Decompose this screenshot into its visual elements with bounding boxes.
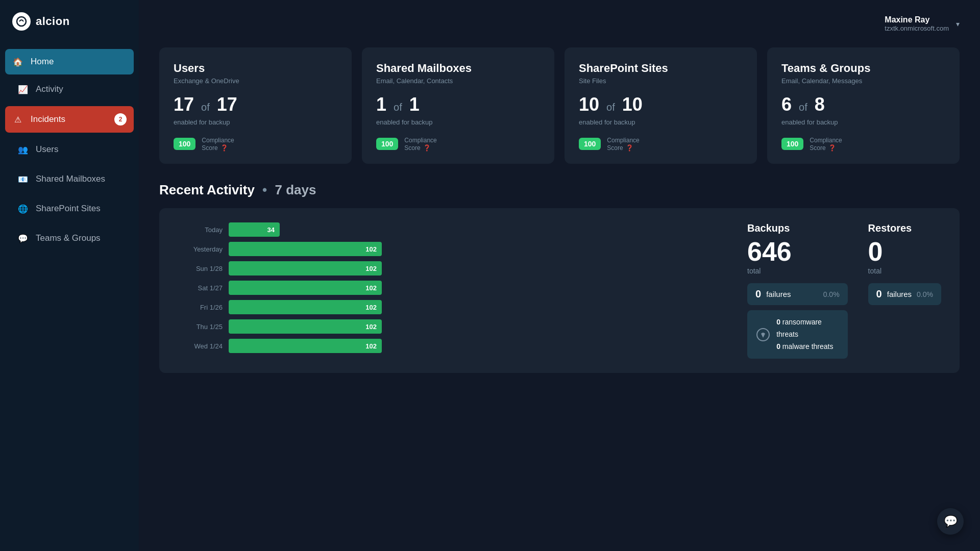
chart-row-label: Fri 1/26 — [178, 304, 223, 311]
svg-point-0 — [17, 17, 26, 26]
bar-container: 102 — [229, 339, 717, 353]
sidebar-item-activity-label: Activity — [36, 84, 63, 94]
sidebar-item-sharepoint-label: SharePoint Sites — [36, 204, 101, 214]
sidebar-item-sharepoint-sites[interactable]: 🌐 SharePoint Sites — [5, 196, 134, 221]
chart-row: Sun 1/28102 — [178, 261, 717, 276]
bar-container: 102 — [229, 242, 717, 256]
users-card-subtitle: Exchange & OneDrive — [174, 77, 337, 85]
users-count-total: 17 — [217, 94, 237, 115]
chat-button[interactable]: 💬 — [937, 508, 964, 535]
malware-count: 0 — [776, 342, 780, 350]
sidebar-item-incidents-label: Incidents — [31, 114, 65, 124]
backups-failure-label: failures — [766, 290, 791, 298]
shared-mailboxes-icon: 📧 — [17, 173, 29, 185]
restores-failure-count: 0 — [876, 288, 882, 300]
sharepoint-compliance: 100 Compliance Score ❓ — [579, 136, 743, 152]
activity-bar: 102 — [229, 281, 382, 295]
users-icon: 👥 — [17, 144, 29, 155]
sidebar-item-teams-label: Teams & Groups — [36, 233, 101, 243]
chart-row: Yesterday102 — [178, 242, 717, 256]
activity-bar: 102 — [229, 242, 382, 256]
restores-failures-badge: 0 failures 0.0% — [868, 283, 941, 305]
threats-text: 0 ransomware threats 0 malware threats — [776, 316, 839, 353]
activity-bar: 102 — [229, 300, 382, 314]
users-enabled-label: enabled for backup — [174, 118, 337, 126]
sidebar-item-users-label: Users — [36, 144, 58, 155]
logo-icon — [12, 12, 31, 31]
restores-total-label: total — [868, 267, 941, 275]
sidebar-item-activity[interactable]: 📈 Activity — [5, 77, 134, 102]
activity-card: Today34Yesterday102Sun 1/28102Sat 1/2710… — [159, 208, 960, 373]
teams-compliance: 100 Compliance Score ❓ — [781, 136, 945, 152]
sidebar-item-users[interactable]: 👥 Users — [5, 137, 134, 162]
sharepoint-sites-card: SharePoint Sites Site Files 10 of 10 ena… — [565, 47, 757, 164]
chart-row-label: Sun 1/28 — [178, 265, 223, 272]
malware-label: malware threats — [782, 342, 834, 350]
backups-failures-badge: 0 failures 0.0% — [747, 283, 848, 305]
chart-row-label: Sat 1/27 — [178, 284, 223, 292]
shared-mailboxes-card-count: 1 of 1 — [376, 94, 540, 115]
backups-failure-count: 0 — [755, 288, 761, 300]
logo-text: alcion — [36, 15, 70, 28]
users-card-count: 17 of 17 — [174, 94, 337, 115]
bar-container: 102 — [229, 281, 717, 295]
sidebar: alcion 🏠 Home 📈 Activity ⚠ Incidents 2 👥… — [0, 0, 139, 551]
activity-bar: 102 — [229, 319, 382, 334]
chevron-down-icon: ▾ — [956, 20, 960, 28]
users-card-title: Users — [174, 62, 337, 75]
bar-container: 102 — [229, 300, 717, 314]
sharepoint-icon: 🌐 — [17, 203, 29, 214]
shared-mailboxes-count-current: 1 — [376, 94, 386, 115]
sidebar-item-home-label: Home — [31, 57, 54, 67]
backups-total-label: total — [747, 267, 848, 275]
incidents-badge: 2 — [114, 113, 127, 126]
bar-container: 102 — [229, 261, 717, 276]
chart-row: Wed 1/24102 — [178, 339, 717, 353]
restores-failure-pct: 0.0% — [917, 290, 933, 298]
chart-row: Today34 — [178, 222, 717, 237]
chart-row-label: Thu 1/25 — [178, 323, 223, 331]
user-name: Maxine Ray — [885, 15, 949, 24]
activity-bar: 34 — [229, 222, 280, 237]
threats-icon — [755, 327, 770, 343]
sidebar-item-incidents[interactable]: ⚠ Incidents 2 — [5, 106, 134, 133]
sharepoint-card-title: SharePoint Sites — [579, 62, 743, 75]
restores-failure-label: failures — [887, 290, 912, 298]
restores-column: Restores 0 total 0 failures 0.0% — [868, 222, 941, 359]
backups-column: Backups 646 total 0 failures 0.0% — [747, 222, 848, 359]
sidebar-item-teams-groups[interactable]: 💬 Teams & Groups — [5, 226, 134, 251]
threats-badge: 0 ransomware threats 0 malware threats — [747, 310, 848, 359]
stats-columns: Backups 646 total 0 failures 0.0% — [747, 222, 941, 359]
chart-row-label: Wed 1/24 — [178, 342, 223, 350]
backups-total: 646 — [747, 238, 848, 265]
teams-card-title: Teams & Groups — [781, 62, 945, 75]
users-compliance-label: Compliance Score ❓ — [201, 136, 234, 152]
activity-bar: 102 — [229, 261, 382, 276]
logo: alcion — [0, 12, 139, 49]
incidents-icon: ⚠ — [12, 114, 23, 125]
summary-cards: Users Exchange & OneDrive 17 of 17 enabl… — [159, 47, 960, 164]
user-menu[interactable]: Maxine Ray tzxtk.onmicrosoft.com ▾ — [885, 15, 960, 32]
backups-title: Backups — [747, 222, 848, 234]
users-compliance: 100 Compliance Score ❓ — [174, 136, 337, 152]
shared-mailboxes-card: Shared Mailboxes Email, Calendar, Contac… — [362, 47, 554, 164]
shared-mailboxes-card-title: Shared Mailboxes — [376, 62, 540, 75]
activity-chart: Today34Yesterday102Sun 1/28102Sat 1/2710… — [178, 222, 717, 359]
ransomware-count: 0 — [776, 318, 780, 326]
sidebar-item-home[interactable]: 🏠 Home — [5, 49, 134, 74]
chart-row-label: Today — [178, 226, 223, 234]
sidebar-item-shared-mailboxes[interactable]: 📧 Shared Mailboxes — [5, 166, 134, 192]
teams-groups-card: Teams & Groups Email, Calendar, Messages… — [767, 47, 960, 164]
user-tenant: tzxtk.onmicrosoft.com — [885, 24, 949, 32]
activity-bar: 102 — [229, 339, 382, 353]
chart-row: Fri 1/26102 — [178, 300, 717, 314]
chart-row: Thu 1/25102 — [178, 319, 717, 334]
activity-section-title: Recent Activity • 7 days — [159, 182, 960, 198]
main-content: Maxine Ray tzxtk.onmicrosoft.com ▾ Users… — [139, 0, 980, 551]
restores-title: Restores — [868, 222, 941, 234]
users-of-text: of — [201, 102, 210, 113]
ransomware-label: ransomware threats — [776, 318, 822, 338]
users-count-current: 17 — [174, 94, 194, 115]
stats-panel: Backups 646 total 0 failures 0.0% — [747, 222, 941, 359]
shared-mailboxes-card-subtitle: Email, Calendar, Contacts — [376, 77, 540, 85]
